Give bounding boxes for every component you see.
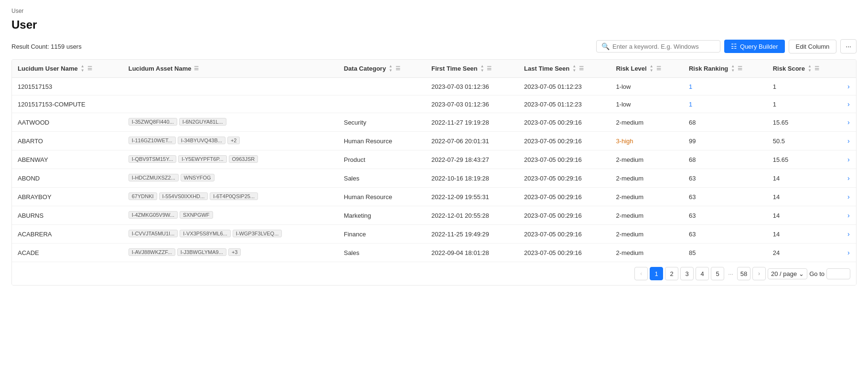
asset-tag[interactable]: I-6T4P0QSIP25... <box>210 192 258 200</box>
cell-first-time-seen: 2022-12-09 19:55:31 <box>426 188 518 206</box>
prev-page-button[interactable]: ‹ <box>634 267 648 280</box>
page-3-button[interactable]: 3 <box>680 267 694 280</box>
cell-row-expand[interactable]: › <box>842 206 856 225</box>
asset-tag[interactable]: O963JSR <box>229 155 258 163</box>
cell-risk-score: 14 <box>767 169 842 188</box>
search-input[interactable] <box>612 43 715 50</box>
cell-risk-ranking[interactable]: 1 <box>683 78 767 96</box>
cell-data-category <box>338 96 426 113</box>
cell-risk-ranking: 63 <box>683 188 767 206</box>
filter-risk-level[interactable]: ☰ <box>656 65 661 72</box>
cell-row-expand[interactable]: › <box>842 96 856 113</box>
asset-tag[interactable]: I-6N2GUYA81L... <box>179 118 226 126</box>
cell-first-time-seen: 2022-12-01 20:55:28 <box>426 206 518 225</box>
asset-tag[interactable]: I-WGP3F3LVEQ... <box>233 230 282 237</box>
sort-risk-ranking[interactable]: ▲▼ <box>731 64 735 73</box>
cell-risk-score: 14 <box>767 188 842 206</box>
page-1-button[interactable]: 1 <box>650 267 663 280</box>
col-last-time-seen: Last Time Seen ▲▼ ☰ <box>518 60 610 78</box>
col-first-time-seen: First Time Seen ▲▼ ☰ <box>426 60 518 78</box>
asset-tag[interactable]: SXNPGWF <box>180 211 213 219</box>
asset-tag[interactable]: I-35ZWQ8FI440... <box>129 118 177 126</box>
cell-first-time-seen: 2023-07-03 01:12:36 <box>426 96 518 113</box>
filter-risk-ranking[interactable]: ☰ <box>738 65 742 72</box>
cell-risk-score: 14 <box>767 206 842 225</box>
page-2-button[interactable]: 2 <box>665 267 678 280</box>
filter-risk-score[interactable]: ☰ <box>814 65 819 72</box>
table-row: ACABRERAI-CVVJTA5MU1I...I-VX3P5S8YML6...… <box>12 225 856 244</box>
cell-row-expand[interactable]: › <box>842 150 856 169</box>
page-58-button[interactable]: 58 <box>737 267 750 280</box>
asset-tag[interactable]: 67YDNKI <box>129 192 157 200</box>
col-data-category: Data Category ▲▼ ☰ <box>338 60 426 78</box>
cell-data-category <box>338 78 426 96</box>
filter-last-time[interactable]: ☰ <box>579 65 584 72</box>
asset-tag[interactable]: WNSYFOG <box>181 174 214 181</box>
cell-row-expand[interactable]: › <box>842 78 856 96</box>
asset-tag[interactable]: I-Y5EWYPFT6P... <box>178 155 226 163</box>
cell-risk-ranking: 68 <box>683 113 767 132</box>
asset-tag[interactable]: I-4ZMKG05V9W... <box>129 211 178 219</box>
asset-tag-more[interactable]: +2 <box>227 137 240 144</box>
cell-row-expand[interactable]: › <box>842 225 856 244</box>
cell-row-expand[interactable]: › <box>842 132 856 150</box>
sort-risk-level[interactable]: ▲▼ <box>650 64 654 73</box>
page-wrapper: User User Result Count: 1159 users 🔍 ☷ Q… <box>0 0 868 293</box>
cell-first-time-seen: 2022-10-16 18:19:28 <box>426 169 518 188</box>
edit-column-button[interactable]: Edit Column <box>789 40 837 53</box>
asset-tag[interactable]: I-AVJ88WKZZF... <box>129 248 175 256</box>
per-page-select[interactable]: 20 / page ⌄ <box>768 268 807 279</box>
sort-last-time[interactable]: ▲▼ <box>572 64 576 73</box>
sort-first-time[interactable]: ▲▼ <box>481 64 484 73</box>
cell-asset-name: I-HDCZMUXSZ2...WNSYFOG <box>123 169 338 188</box>
cell-row-expand[interactable]: › <box>842 188 856 206</box>
col-user-name: Lucidum User Name ▲▼ ☰ <box>12 60 123 78</box>
sort-user-name[interactable]: ▲▼ <box>81 64 85 73</box>
asset-tag-more[interactable]: +3 <box>228 248 241 256</box>
asset-tag[interactable]: I-116GZ10WET... <box>129 137 176 144</box>
asset-tag[interactable]: I-554VS0IXXHD... <box>159 192 208 200</box>
sort-risk-score[interactable]: ▲▼ <box>808 64 812 73</box>
page-5-button[interactable]: 5 <box>711 267 724 280</box>
cell-row-expand[interactable]: › <box>842 169 856 188</box>
cell-asset-name: I-AVJ88WKZZF...I-J3BWGLYMA9...+3 <box>123 244 338 262</box>
filter-data-category[interactable]: ☰ <box>396 65 400 72</box>
cell-last-time-seen: 2023-07-05 01:12:23 <box>518 96 610 113</box>
page-4-button[interactable]: 4 <box>696 267 709 280</box>
cell-risk-ranking[interactable]: 1 <box>683 96 767 113</box>
next-page-button[interactable]: › <box>752 267 766 280</box>
cell-data-category: Product <box>338 150 426 169</box>
more-options-button[interactable]: ··· <box>840 39 857 53</box>
cell-risk-ranking: 85 <box>683 244 767 262</box>
table-body: 12015171532023-07-03 01:12:362023-07-05 … <box>12 78 856 262</box>
search-box[interactable]: 🔍 <box>596 40 720 53</box>
risk-ranking-link[interactable]: 1 <box>689 101 692 108</box>
risk-ranking-link[interactable]: 1 <box>689 83 692 90</box>
cell-row-expand[interactable]: › <box>842 113 856 132</box>
cell-first-time-seen: 2023-07-03 01:12:36 <box>426 78 518 96</box>
cell-row-expand[interactable]: › <box>842 244 856 262</box>
asset-tag[interactable]: I-QBV9TSM15Y... <box>129 155 177 163</box>
cell-first-time-seen: 2022-07-29 18:43:27 <box>426 150 518 169</box>
asset-tag[interactable]: I-VX3P5S8YML6... <box>180 230 230 237</box>
col-actions <box>842 60 856 78</box>
cell-last-time-seen: 2023-07-05 00:29:16 <box>518 225 610 244</box>
filter-user-name[interactable]: ☰ <box>87 65 92 72</box>
col-risk-ranking: Risk Ranking ▲▼ ☰ <box>683 60 767 78</box>
asset-tag[interactable]: I-J3BWGLYMA9... <box>177 248 226 256</box>
cell-user-name: ABARTO <box>12 132 123 150</box>
cell-asset-name: I-4ZMKG05V9W...SXNPGWF <box>123 206 338 225</box>
filter-asset-name[interactable]: ☰ <box>194 65 199 72</box>
sort-data-category[interactable]: ▲▼ <box>389 64 393 73</box>
asset-tag[interactable]: I-HDCZMUXSZ2... <box>129 174 179 181</box>
query-builder-button[interactable]: ☷ Query Builder <box>724 40 784 53</box>
asset-tag[interactable]: I-34BYUVQ43B... <box>178 137 225 144</box>
data-table: Lucidum User Name ▲▼ ☰ Lucidum Asset Nam… <box>12 60 856 262</box>
cell-risk-level: 2-medium <box>610 169 683 188</box>
goto-input[interactable] <box>826 268 850 279</box>
cell-last-time-seen: 2023-07-05 00:29:16 <box>518 244 610 262</box>
cell-user-name: AATWOOD <box>12 113 123 132</box>
cell-first-time-seen: 2022-11-27 19:19:28 <box>426 113 518 132</box>
filter-first-time[interactable]: ☰ <box>487 65 492 72</box>
asset-tag[interactable]: I-CVVJTA5MU1I... <box>129 230 178 237</box>
